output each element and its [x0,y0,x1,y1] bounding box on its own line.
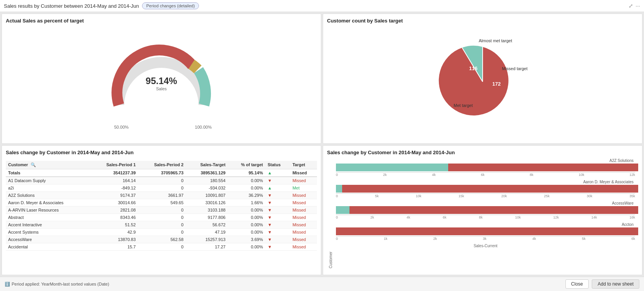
table-scroll[interactable]: Customer 🔍 Sales-Period 1 Sales-Period 2… [6,161,317,271]
totals-status: Missed [290,169,317,177]
bar-a2z-axis: 02k4k6k8k10k12k [336,173,635,177]
bar-a2z-green [336,164,448,171]
row-arrow: ▲ [265,184,290,191]
gauge-panel: Actual Sales as percent of target 0 [2,14,321,144]
table-row: A1 Datacom Supply 164.14 0 180.554 0.00%… [6,177,317,184]
row-period2: 0 [138,206,186,214]
dashboard-title: Sales results by Customer between 2014-M… [4,3,139,9]
gauge-labels: 0.00% 50.00% 100.00% 150.00% [107,122,216,144]
svg-text:116: 116 [469,65,478,71]
row-arrow: ▼ [265,221,290,228]
row-period1: 9174.37 [90,191,138,199]
row-period2: 0 [138,184,186,191]
bar-access [336,206,635,214]
row-status: Missed [290,243,317,250]
row-pct: 0.00% [228,228,265,236]
row-status: Missed [290,206,317,214]
row-period1: 8343.46 [90,214,138,221]
row-status: Missed [290,228,317,236]
bar-group-a2z: A2Z Solutions 02k4k6k8k10k12k [336,158,635,177]
row-status: Met [290,184,317,191]
row-period1: 51.52 [90,221,138,228]
row-target: 9177.806 [186,214,228,221]
table-row: Accent Systems 42.9 0 47.19 0.00% ▼ Miss… [6,228,317,236]
row-customer: A-ARVIN Laser Resources [6,206,90,214]
sales-table: Customer 🔍 Sales-Period 1 Sales-Period 2… [6,161,317,251]
row-target: 3103.188 [186,206,228,214]
table-row: Accent Interactive 51.52 0 56.672 0.00% … [6,221,317,228]
row-target: -934.032 [186,184,228,191]
row-pct: 0.00% [228,221,265,228]
table-row: A2Z Solutions 9174.37 3661.97 10091.807 … [6,191,317,199]
row-status: Missed [290,214,317,221]
title-bar: Sales results by Customer between 2014-M… [0,0,644,12]
col-target-arrow: Target [290,161,317,169]
bottom-actions: Close Add to new sheet [565,279,639,289]
row-arrow: ▼ [265,214,290,221]
row-arrow: ▼ [265,206,290,214]
pie-wrapper: Missed target Met target Almost met targ… [425,35,541,128]
row-status: Missed [290,236,317,243]
row-target: 17.27 [186,243,228,250]
table-header: Customer 🔍 Sales-Period 1 Sales-Period 2… [6,161,317,169]
bar-groups: A2Z Solutions 02k4k6k8k10k12k [334,158,638,269]
pie-svg: Missed target Met target Almost met targ… [425,35,541,128]
row-customer: A2Z Solutions [6,191,90,199]
bar-accton-axis: 01k2k3k4k5k6k [336,237,635,241]
bar-group-accton: Accton 01k2k3k4k5k6k [336,222,635,241]
row-customer: Accidental [6,243,90,250]
row-period2: 0 [138,243,186,250]
table-row: AccessWare 13870.83 562.58 15257.913 3.6… [6,236,317,243]
row-target: 47.19 [186,228,228,236]
row-period2: 562.58 [138,236,186,243]
y-axis-label: Customer [327,158,334,269]
row-status: Missed [290,177,317,184]
row-customer: Accent Interactive [6,221,90,228]
bar-label-a2z: A2Z Solutions [336,158,635,163]
main-container: Sales results by Customer between 2014-M… [0,0,644,291]
bar-a2z-red [448,164,638,171]
title-actions: ⤢ ··· [629,3,640,9]
gauge-title: Actual Sales as percent of target [6,18,317,24]
totals-target: 3895361.129 [186,169,228,177]
row-customer: A1 Datacom Supply [6,177,90,184]
gauge-wrapper: 0.00% 50.00% 100.00% 150.00% 95.14% Sale… [107,43,216,121]
row-pct: 0.00% [228,206,265,214]
close-button[interactable]: Close [565,279,589,289]
col-period1: Sales-Period 1 [90,161,138,169]
row-customer: Accent Systems [6,228,90,236]
add-to-sheet-button[interactable]: Add to new sheet [592,279,639,289]
col-period2: Sales-Period 2 [138,161,186,169]
gauge-container: 0.00% 50.00% 100.00% 150.00% 95.14% Sale… [6,27,317,137]
content-area: Actual Sales as percent of target 0 [0,12,644,277]
row-status: Missed [290,191,317,199]
totals-customer: Totals [6,169,90,177]
bar-group-aaron: Aaron D. Meyer & Associates 05k10k15k20k… [336,180,635,198]
gauge-label-100: 100.00% [195,125,212,129]
row-period2: 549.65 [138,199,186,206]
gauge-center: 95.14% Sales [146,76,177,91]
row-customer: Abstract [6,214,90,221]
row-period1: -849.12 [90,184,138,191]
bar-aaron [336,185,635,193]
period-badge[interactable]: Period changes (detailed) [142,2,199,9]
search-icon[interactable]: 🔍 [31,162,36,167]
period-label: Period applied: [12,282,40,286]
collapse-icon[interactable]: ⤢ [629,3,633,9]
bar-chart-panel: Sales change by Customer in 2014-May and… [323,145,642,276]
col-status: Status [265,161,290,169]
row-arrow: ▼ [265,177,290,184]
row-arrow: ▼ [265,243,290,250]
more-icon[interactable]: ··· [635,3,640,9]
row-arrow: ▼ [265,199,290,206]
row-pct: 36.29% [228,191,265,199]
row-period1: 15.7 [90,243,138,250]
svg-text:172: 172 [492,81,501,87]
totals-period1: 3541237.39 [90,169,138,177]
totals-arrow: ▲ [265,169,290,177]
row-customer: Aaron D. Meyer & Associates [6,199,90,206]
row-period2: 0 [138,177,186,184]
pie-container: Missed target Met target Almost met targ… [327,27,638,137]
row-period1: 42.9 [90,228,138,236]
totals-row: Totals 3541237.39 3705965.73 3895361.129… [6,169,317,177]
